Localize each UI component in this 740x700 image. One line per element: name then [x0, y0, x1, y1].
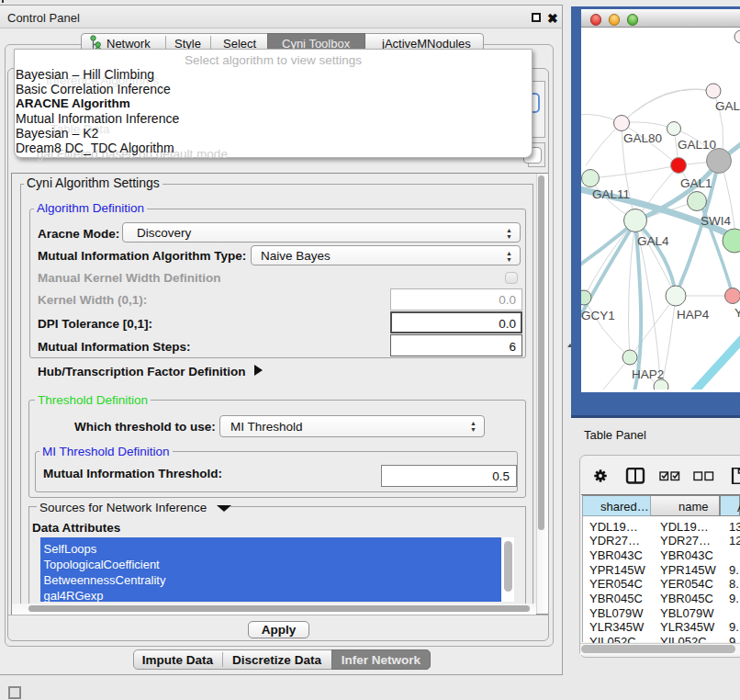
svg-text:GAL11: GAL11 [592, 187, 630, 201]
svg-text:Y: Y [734, 306, 740, 320]
svg-text:HAP4: HAP4 [677, 308, 710, 322]
svg-text:GAL1: GAL1 [680, 176, 712, 190]
svg-text:GAL: GAL [715, 99, 740, 113]
svg-text:GAL80: GAL80 [623, 131, 662, 145]
svg-text:GCY1: GCY1 [581, 309, 615, 322]
svg-text:SWI4: SWI4 [701, 214, 731, 228]
svg-text:GAL10: GAL10 [678, 138, 716, 152]
svg-text:HAP2: HAP2 [632, 367, 664, 381]
svg-text:GAL4: GAL4 [637, 234, 669, 248]
